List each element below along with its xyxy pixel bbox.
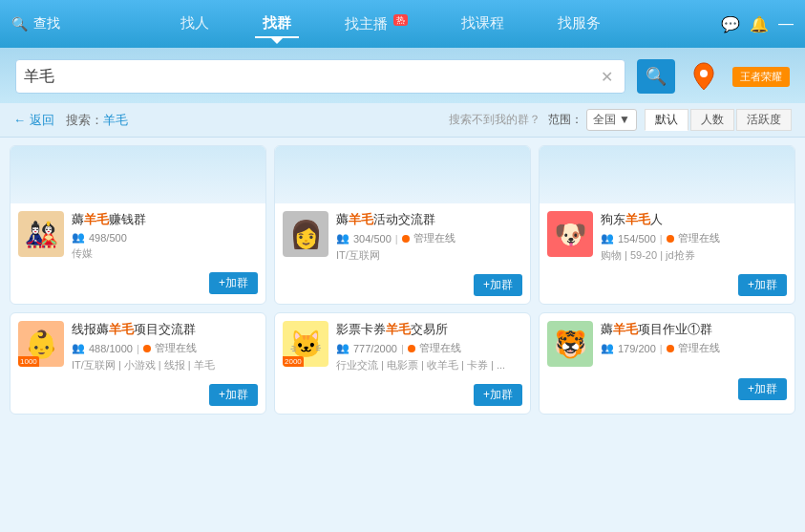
sort-tab-active[interactable]: 活跃度 bbox=[736, 109, 792, 131]
sort-tabs: 默认 人数 活跃度 bbox=[645, 109, 792, 131]
card-body-4: 👶 1000 线报薅羊毛项目交流群 👥488/1000 | 管理在线 IT/互联… bbox=[11, 313, 265, 380]
main-content: 🎎 薅羊毛赚钱群 👥498/500 传媒 +加群 👩 薅羊毛活动交流群 bbox=[0, 138, 805, 422]
group-stats-4: 👥488/1000 | 管理在线 bbox=[72, 341, 258, 355]
group-card-5: 🐱 2000 影票卡券羊毛交易所 👥777/2000 | 管理在线 行业交流 |… bbox=[274, 312, 531, 415]
group-name-2: 薅羊毛活动交流群 bbox=[336, 211, 522, 228]
message-icon[interactable]: 💬 bbox=[721, 15, 740, 33]
top-nav: 找人 找群 找主播 热 找课程 找服务 bbox=[60, 11, 721, 38]
group-name-4: 线报薅羊毛项目交流群 bbox=[72, 321, 258, 338]
top-icons: 💬 🔔 — bbox=[721, 15, 794, 33]
filter-bar: ← 返回 搜索：羊毛 搜索不到我的群？ 范围： 全国 ▼ 默认 人数 活跃度 bbox=[0, 103, 805, 138]
user-badge: 王者荣耀 bbox=[732, 67, 790, 87]
range-label: 范围： bbox=[548, 112, 583, 128]
add-group-btn-6[interactable]: +加群 bbox=[738, 378, 787, 400]
add-group-btn-4[interactable]: +加群 bbox=[209, 384, 258, 406]
group-card-3: 🐶 狗东羊毛人 👥154/500 | 管理在线 购物 | 59-20 | jd抢… bbox=[539, 145, 795, 305]
group-card-1: 🎎 薅羊毛赚钱群 👥498/500 传媒 +加群 bbox=[10, 145, 266, 305]
add-group-btn-2[interactable]: +加群 bbox=[474, 274, 522, 296]
minimize-icon[interactable]: — bbox=[778, 15, 794, 33]
group-stats-6: 👥179/200 | 管理在线 bbox=[601, 341, 787, 355]
search-area: ✕ 🔍 王者荣耀 bbox=[0, 48, 805, 103]
search-box: ✕ bbox=[15, 59, 625, 94]
card-footer-1: +加群 bbox=[11, 268, 265, 302]
group-stats-3: 👥154/500 | 管理在线 bbox=[601, 231, 787, 245]
card-body-5: 🐱 2000 影票卡券羊毛交易所 👥777/2000 | 管理在线 行业交流 |… bbox=[275, 313, 530, 380]
cant-find-label[interactable]: 搜索不到我的群？ bbox=[449, 112, 540, 128]
top-bar: 🔍 查找 找人 找群 找主播 热 找课程 找服务 💬 🔔 — bbox=[0, 0, 805, 48]
search-label: 搜索：羊毛 bbox=[66, 112, 128, 129]
group-avatar-5: 🐱 2000 bbox=[283, 321, 328, 367]
nav-item-find-people[interactable]: 找人 bbox=[173, 11, 217, 38]
add-group-btn-1[interactable]: +加群 bbox=[209, 272, 258, 294]
group-stats-5: 👥777/2000 | 管理在线 bbox=[336, 341, 522, 355]
group-tags-2: IT/互联网 bbox=[336, 248, 522, 263]
group-info-1: 薅羊毛赚钱群 👥498/500 传媒 bbox=[72, 211, 258, 261]
add-group-btn-3[interactable]: +加群 bbox=[738, 274, 787, 296]
card-footer-4: +加群 bbox=[11, 380, 265, 414]
group-avatar-1: 🎎 bbox=[18, 211, 64, 257]
top-bar-right: 💬 🔔 — bbox=[721, 15, 794, 33]
group-info-6: 薅羊毛项目作业①群 👥179/200 | 管理在线 bbox=[601, 321, 787, 358]
group-name-1: 薅羊毛赚钱群 bbox=[72, 211, 258, 228]
group-name-6: 薅羊毛项目作业①群 bbox=[601, 321, 787, 338]
group-tags-1: 传媒 bbox=[72, 246, 258, 261]
group-info-5: 影票卡券羊毛交易所 👥777/2000 | 管理在线 行业交流 | 电影票 | … bbox=[336, 321, 522, 372]
hot-badge: 热 bbox=[393, 14, 408, 26]
bell-icon[interactable]: 🔔 bbox=[750, 15, 769, 33]
card-top-2 bbox=[275, 146, 530, 203]
app-title: 查找 bbox=[33, 15, 60, 32]
card-footer-5: +加群 bbox=[275, 380, 530, 414]
svg-point-0 bbox=[700, 70, 708, 77]
search-button[interactable]: 🔍 bbox=[637, 59, 675, 94]
location-icon[interactable] bbox=[687, 59, 721, 94]
back-arrow-icon: ← bbox=[13, 113, 26, 127]
group-avatar-3: 🐶 bbox=[547, 211, 593, 257]
group-avatar-4: 👶 1000 bbox=[18, 321, 64, 367]
filter-right: 搜索不到我的群？ 范围： 全国 ▼ 默认 人数 活跃度 bbox=[449, 109, 792, 131]
card-top-3 bbox=[540, 146, 794, 203]
sort-tab-members[interactable]: 人数 bbox=[690, 109, 734, 131]
card-body-2: 👩 薅羊毛活动交流群 👥304/500 | 管理在线 IT/互联网 bbox=[275, 203, 530, 270]
nav-item-find-streamer[interactable]: 找主播 热 bbox=[337, 11, 415, 38]
clear-icon[interactable]: ✕ bbox=[601, 68, 613, 86]
sort-tab-default[interactable]: 默认 bbox=[645, 109, 688, 131]
card-top-1 bbox=[11, 146, 265, 203]
search-input[interactable] bbox=[24, 68, 601, 85]
back-button[interactable]: ← 返回 bbox=[13, 112, 54, 129]
search-icon: 🔍 bbox=[11, 16, 28, 32]
group-tags-3: 购物 | 59-20 | jd抢券 bbox=[601, 248, 787, 263]
nav-item-find-group[interactable]: 找群 bbox=[255, 11, 299, 38]
card-body-6: 🐯 薅羊毛项目作业①群 👥179/200 | 管理在线 bbox=[540, 313, 794, 374]
group-avatar-6: 🐯 bbox=[547, 321, 593, 367]
group-name-5: 影票卡券羊毛交易所 bbox=[336, 321, 522, 338]
add-group-btn-5[interactable]: +加群 bbox=[474, 384, 522, 406]
range-select: 范围： 全国 ▼ bbox=[548, 109, 637, 131]
avatar-badge-4: 1000 bbox=[18, 356, 39, 367]
group-info-3: 狗东羊毛人 👥154/500 | 管理在线 购物 | 59-20 | jd抢券 bbox=[601, 211, 787, 263]
group-card-4: 👶 1000 线报薅羊毛项目交流群 👥488/1000 | 管理在线 IT/互联… bbox=[10, 312, 266, 415]
nav-item-find-service[interactable]: 找服务 bbox=[550, 11, 608, 38]
group-card-2: 👩 薅羊毛活动交流群 👥304/500 | 管理在线 IT/互联网 +加群 bbox=[274, 145, 531, 305]
card-footer-2: +加群 bbox=[275, 270, 530, 304]
group-tags-4: IT/互联网 | 小游戏 | 线报 | 羊毛 bbox=[72, 358, 258, 372]
group-stats-2: 👥304/500 | 管理在线 bbox=[336, 231, 522, 245]
group-avatar-2: 👩 bbox=[283, 211, 328, 257]
card-footer-3: +加群 bbox=[540, 270, 794, 304]
group-name-3: 狗东羊毛人 bbox=[601, 211, 787, 228]
group-card-6: 🐯 薅羊毛项目作业①群 👥179/200 | 管理在线 +加群 bbox=[539, 312, 795, 415]
group-info-2: 薅羊毛活动交流群 👥304/500 | 管理在线 IT/互联网 bbox=[336, 211, 522, 263]
range-dropdown[interactable]: 全国 ▼ bbox=[586, 109, 637, 131]
group-info-4: 线报薅羊毛项目交流群 👥488/1000 | 管理在线 IT/互联网 | 小游戏… bbox=[72, 321, 258, 372]
nav-item-find-course[interactable]: 找课程 bbox=[454, 11, 512, 38]
card-body-3: 🐶 狗东羊毛人 👥154/500 | 管理在线 购物 | 59-20 | jd抢… bbox=[540, 203, 794, 270]
avatar-badge-5: 2000 bbox=[283, 356, 304, 367]
group-tags-5: 行业交流 | 电影票 | 收羊毛 | 卡券 | ... bbox=[336, 358, 522, 372]
card-body-1: 🎎 薅羊毛赚钱群 👥498/500 传媒 bbox=[11, 203, 265, 268]
group-stats-1: 👥498/500 bbox=[72, 231, 258, 244]
app-title-area: 🔍 查找 bbox=[11, 15, 60, 32]
card-footer-6: +加群 bbox=[540, 374, 794, 408]
